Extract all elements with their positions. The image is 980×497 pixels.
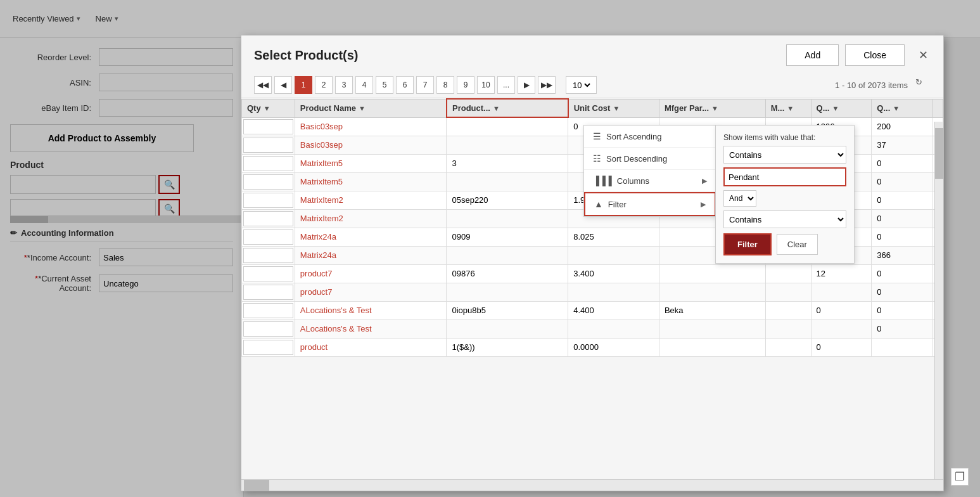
qty-input[interactable] — [243, 193, 293, 208]
page-5-button[interactable]: 5 — [376, 76, 393, 94]
qty-input[interactable] — [243, 138, 293, 153]
q1-cell: 0 — [811, 338, 872, 356]
qty-input[interactable] — [243, 229, 293, 245]
m-cell — [765, 301, 811, 320]
filter-condition-1-wrap: Contains — [723, 146, 846, 164]
q2-cell: 0 — [872, 172, 932, 191]
page-3-button[interactable]: 3 — [335, 76, 353, 94]
page-7-button[interactable]: 7 — [416, 76, 434, 94]
unit-cost-cell: 8.025 — [568, 228, 659, 246]
q2-cell: 0 — [872, 320, 932, 338]
page-6-button[interactable]: 6 — [396, 76, 414, 94]
product-code-cell — [447, 209, 568, 228]
qty-input[interactable] — [243, 266, 293, 281]
q2-header[interactable]: Q... ▼ — [872, 99, 932, 117]
filter-condition-2-select[interactable]: Contains — [723, 210, 846, 228]
filter-condition-1-select[interactable]: Contains — [723, 146, 846, 164]
expand-button[interactable]: ❐ — [951, 468, 969, 486]
qty-input[interactable] — [243, 340, 293, 355]
product-name-cell[interactable]: Basic03sep — [295, 117, 447, 136]
q1-cell — [811, 283, 872, 301]
qty-input[interactable] — [243, 211, 293, 226]
page-4-button[interactable]: 4 — [355, 76, 373, 94]
modal-header: Select Product(s) Add Close ✕ — [241, 36, 943, 72]
table-row: ALocations's & Test0iopu8b54.400Beka00 — [242, 301, 943, 320]
sort-ascending-label: Sort Ascending — [606, 132, 661, 141]
page-prev-button[interactable]: ◀ — [274, 76, 292, 94]
product-name-cell[interactable]: product7 — [295, 264, 447, 283]
filter-apply-button[interactable]: Filter — [723, 233, 772, 255]
page-8-button[interactable]: 8 — [436, 76, 454, 94]
product-col-header[interactable]: Product... ▼ — [447, 99, 568, 117]
page-ellipsis-button[interactable]: ... — [497, 76, 515, 94]
sort-descending-item[interactable]: ☷ Sort Descending — [584, 148, 716, 170]
qty-header[interactable]: Qty ▼ — [242, 99, 295, 117]
page-2-button[interactable]: 2 — [315, 76, 333, 94]
qty-input[interactable] — [243, 285, 293, 300]
product-name-cell[interactable]: product — [295, 338, 447, 356]
filter-clear-button[interactable]: Clear — [777, 234, 818, 255]
m-cell — [765, 320, 811, 338]
unit-cost-sort-icon: ▼ — [613, 105, 620, 112]
table-row: product7098763.400120 — [242, 264, 943, 283]
columns-submenu-arrow: ▶ — [702, 177, 707, 185]
vertical-scrollbar[interactable] — [934, 122, 943, 479]
product-name-cell[interactable]: Matrixltem5 — [295, 154, 447, 172]
product-name-cell[interactable]: Matrixltem5 — [295, 172, 447, 191]
qty-input[interactable] — [243, 303, 293, 318]
filter-item[interactable]: ▲ Filter ▶ — [584, 192, 716, 216]
q1-cell: 12 — [811, 264, 872, 283]
page-size-select-wrap[interactable]: 10 25 50 — [566, 76, 597, 94]
page-10-button[interactable]: 10 — [477, 76, 495, 94]
modal-add-button[interactable]: Add — [786, 44, 839, 66]
q1-sort-icon: ▼ — [832, 105, 839, 112]
modal-title: Select Product(s) — [254, 48, 358, 63]
horizontal-scrollbar-bar[interactable] — [241, 479, 943, 491]
q2-cell: 37 — [872, 136, 932, 154]
refresh-button[interactable]: ↻ — [915, 77, 931, 93]
filter-panel: Show items with value that: Contains And… — [715, 125, 855, 264]
mfger-par-header[interactable]: Mfger Par... ▼ — [659, 99, 765, 117]
qty-input[interactable] — [243, 119, 293, 134]
product-name-cell[interactable]: ALocations's & Test — [295, 301, 447, 320]
filter-icon: ▲ — [594, 199, 603, 209]
filter-operator-select[interactable]: And Or — [723, 190, 756, 207]
modal-close-x-button[interactable]: ✕ — [916, 48, 931, 62]
product-name-header[interactable]: Product Name ▼ — [295, 99, 447, 117]
m-header[interactable]: M... ▼ — [765, 99, 811, 117]
unit-cost-cell — [568, 246, 659, 264]
page-9-button[interactable]: 9 — [457, 76, 474, 94]
q1-header[interactable]: Q... ▼ — [811, 99, 872, 117]
product-name-cell[interactable]: product7 — [295, 283, 447, 301]
page-size-select[interactable]: 10 25 50 — [570, 80, 592, 91]
product-name-cell[interactable]: ALocations's & Test — [295, 320, 447, 338]
product-code-cell — [447, 283, 568, 301]
modal-table-wrap: Qty ▼ Product Name ▼ Product... ▼ — [241, 98, 943, 479]
q2-cell: 366 — [872, 246, 932, 264]
columns-item[interactable]: ▐▐▐ Columns ▶ — [584, 170, 716, 192]
product-code-cell: 0909 — [447, 228, 568, 246]
product-name-cell[interactable]: MatrixItem2 — [295, 191, 447, 209]
qty-input[interactable] — [243, 174, 293, 190]
page-first-button[interactable]: ◀◀ — [254, 76, 272, 94]
sort-ascending-item[interactable]: ☰ Sort Ascending — [584, 126, 716, 148]
modal-close-button[interactable]: Close — [845, 44, 905, 66]
qty-input[interactable] — [243, 156, 293, 171]
product-name-cell[interactable]: Basic03sep — [295, 136, 447, 154]
q2-cell: 0 — [872, 209, 932, 228]
sort-asc-icon: ☰ — [593, 131, 601, 141]
unit-cost-header[interactable]: Unit Cost ▼ — [568, 99, 659, 117]
qty-input[interactable] — [243, 248, 293, 263]
product-name-cell[interactable]: Matrix24a — [295, 246, 447, 264]
vertical-scrollbar-thumb — [935, 128, 943, 179]
product-code-cell: 3 — [447, 154, 568, 172]
mfger-sort-icon: ▼ — [711, 105, 718, 112]
qty-input[interactable] — [243, 321, 293, 337]
q2-cell: 0 — [872, 154, 932, 172]
product-name-cell[interactable]: MatrixItem2 — [295, 209, 447, 228]
page-last-button[interactable]: ▶▶ — [538, 76, 556, 94]
filter-value-input[interactable] — [723, 167, 846, 186]
page-next-button[interactable]: ▶ — [518, 76, 535, 94]
page-1-button[interactable]: 1 — [295, 76, 312, 94]
product-name-cell[interactable]: Matrix24a — [295, 228, 447, 246]
